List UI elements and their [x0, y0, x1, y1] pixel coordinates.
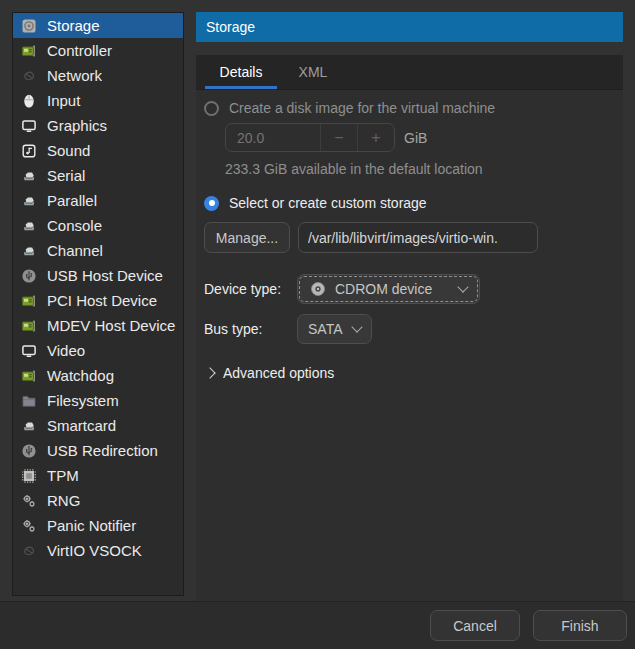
disk-size-increment-button[interactable]: +	[357, 124, 394, 151]
advanced-options-label: Advanced options	[223, 365, 334, 381]
mdev-board-icon	[21, 318, 37, 334]
usb-icon	[21, 268, 37, 284]
sidebar-item-label: MDEV Host Device	[47, 317, 175, 334]
cdrom-disc-icon	[310, 281, 326, 297]
sidebar-item-label: Storage	[47, 17, 100, 34]
sidebar-item-label: Sound	[47, 142, 90, 159]
finish-button[interactable]: Finish	[533, 610, 627, 641]
sidebar-item-channel[interactable]: Channel	[13, 238, 183, 263]
sidebar-item-smartcard[interactable]: Smartcard	[13, 413, 183, 438]
sidebar-item-label: Video	[47, 342, 85, 359]
manage-button[interactable]: Manage...	[204, 222, 290, 253]
sidebar-item-parallel[interactable]: Parallel	[13, 188, 183, 213]
tab-details[interactable]: Details	[205, 55, 277, 89]
sidebar-item-network[interactable]: Network	[13, 63, 183, 88]
sidebar-item-label: Watchdog	[47, 367, 114, 384]
chevron-down-icon	[351, 321, 362, 332]
sidebar-item-panic-notifier[interactable]: Panic Notifier	[13, 513, 183, 538]
disk-size-spinner: − +	[225, 123, 395, 152]
custom-storage-radio[interactable]	[204, 196, 219, 211]
sidebar-item-label: Console	[47, 217, 102, 234]
sidebar-item-pci-host-device[interactable]: PCI Host Device	[13, 288, 183, 313]
vsock-icon	[21, 543, 37, 559]
pci-board-icon	[21, 293, 37, 309]
disk-size-decrement-button[interactable]: −	[320, 124, 357, 151]
storage-path-input[interactable]	[298, 222, 538, 253]
sidebar-item-tpm[interactable]: TPM	[13, 463, 183, 488]
minus-icon: −	[334, 129, 343, 147]
sidebar-item-rng[interactable]: RNG	[13, 488, 183, 513]
smartcard-port-icon	[21, 418, 37, 434]
sidebar-item-label: Filesystem	[47, 392, 119, 409]
advanced-options-expander[interactable]: Advanced options	[204, 365, 615, 381]
usb-redirection-icon	[21, 443, 37, 459]
sidebar-item-virtio-vsock[interactable]: VirtIO VSOCK	[13, 538, 183, 563]
disk-size-row: − + GiB	[225, 123, 615, 152]
disk-size-unit-label: GiB	[404, 130, 427, 146]
cancel-button[interactable]: Cancel	[430, 610, 520, 641]
disk-size-input[interactable]	[226, 124, 320, 151]
sidebar-item-label: Controller	[47, 42, 112, 59]
sidebar-item-mdev-host-device[interactable]: MDEV Host Device	[13, 313, 183, 338]
sidebar-item-label: RNG	[47, 492, 80, 509]
bus-type-row: Bus type: SATA	[204, 314, 615, 344]
sidebar-item-serial[interactable]: Serial	[13, 163, 183, 188]
sidebar-item-label: Smartcard	[47, 417, 116, 434]
hardware-type-list: Storage Controller Network Input Graphic…	[12, 12, 184, 596]
plus-icon: +	[371, 129, 380, 147]
tab-xml-label: XML	[299, 64, 328, 80]
create-disk-label: Create a disk image for the virtual mach…	[229, 100, 495, 116]
sidebar-item-label: Channel	[47, 242, 103, 259]
bus-type-value: SATA	[308, 321, 344, 337]
sidebar-item-label: Graphics	[47, 117, 107, 134]
rng-gears-icon	[21, 493, 37, 509]
sidebar-item-label: Serial	[47, 167, 85, 184]
sidebar-item-graphics[interactable]: Graphics	[13, 113, 183, 138]
network-icon	[21, 68, 37, 84]
sidebar-item-label: Panic Notifier	[47, 517, 136, 534]
custom-storage-label: Select or create custom storage	[229, 195, 427, 211]
sidebar-item-filesystem[interactable]: Filesystem	[13, 388, 183, 413]
video-monitor-icon	[21, 343, 37, 359]
page-title-bar: Storage	[196, 12, 623, 42]
storage-path-row: Manage...	[204, 222, 615, 253]
bus-type-dropdown[interactable]: SATA	[297, 314, 372, 344]
tab-xml[interactable]: XML	[277, 55, 349, 89]
filesystem-folder-icon	[21, 393, 37, 409]
channel-port-icon	[21, 243, 37, 259]
sidebar-item-label: USB Host Device	[47, 267, 163, 284]
sidebar-item-label: Input	[47, 92, 80, 109]
sidebar-item-controller[interactable]: Controller	[13, 38, 183, 63]
hardware-type-listbox: Storage Controller Network Input Graphic…	[13, 13, 183, 563]
create-disk-radio-row[interactable]: Create a disk image for the virtual mach…	[204, 100, 615, 116]
parallel-port-icon	[21, 193, 37, 209]
sidebar-item-usb-host-device[interactable]: USB Host Device	[13, 263, 183, 288]
tpm-chip-icon	[21, 468, 37, 484]
create-disk-radio[interactable]	[204, 101, 219, 116]
sidebar-item-label: VirtIO VSOCK	[47, 542, 142, 559]
sidebar-item-label: USB Redirection	[47, 442, 158, 459]
controller-board-icon	[21, 43, 37, 59]
input-mouse-icon	[21, 93, 37, 109]
device-type-label: Device type:	[204, 281, 297, 297]
storage-disk-icon	[21, 18, 37, 34]
serial-port-icon	[21, 168, 37, 184]
sidebar-item-label: Parallel	[47, 192, 97, 209]
custom-storage-radio-row[interactable]: Select or create custom storage	[204, 195, 615, 211]
available-space-note: 233.3 GiB available in the default locat…	[225, 161, 615, 177]
sidebar-item-video[interactable]: Video	[13, 338, 183, 363]
sidebar-item-input[interactable]: Input	[13, 88, 183, 113]
sidebar-item-usb-redirection[interactable]: USB Redirection	[13, 438, 183, 463]
sidebar-item-console[interactable]: Console	[13, 213, 183, 238]
sidebar-item-storage[interactable]: Storage	[13, 13, 183, 38]
sidebar-item-watchdog[interactable]: Watchdog	[13, 363, 183, 388]
header-gap	[196, 42, 623, 55]
device-type-row: Device type: CDROM device	[204, 274, 615, 304]
console-port-icon	[21, 218, 37, 234]
bus-type-label: Bus type:	[204, 321, 297, 337]
sound-icon	[21, 143, 37, 159]
sidebar-item-sound[interactable]: Sound	[13, 138, 183, 163]
device-type-value: CDROM device	[335, 281, 450, 297]
dialog-action-bar: Cancel Finish	[0, 601, 635, 649]
device-type-dropdown[interactable]: CDROM device	[297, 274, 480, 304]
